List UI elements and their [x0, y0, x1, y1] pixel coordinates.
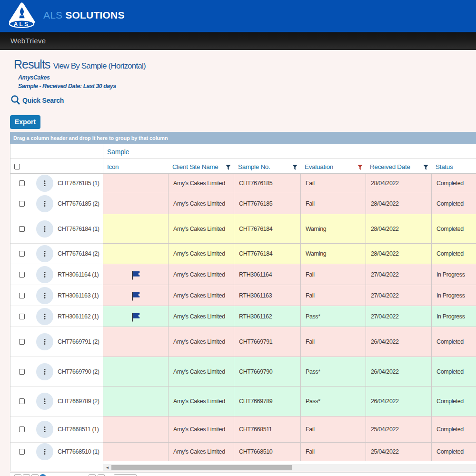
- svg-text:ALS: ALS: [14, 21, 30, 28]
